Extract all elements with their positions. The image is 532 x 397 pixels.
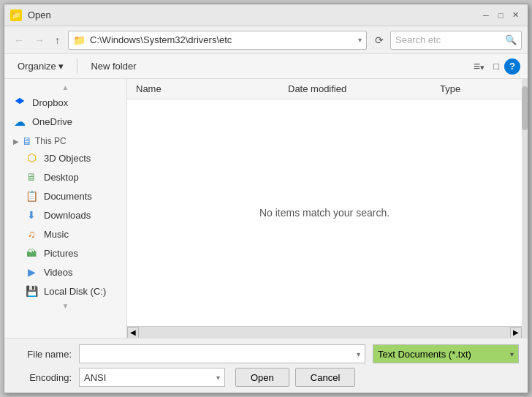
scroll-up-indicator: ▲	[62, 83, 69, 91]
scroll-track[interactable]	[139, 327, 510, 338]
main-content: ▲ Dropbox ☁ OneDrive ▶	[4, 79, 528, 338]
sidebar-label-local-disk: Local Disk (C:)	[44, 286, 106, 297]
nav-bar: ← → ↑ 📁 C:\Windows\System32\drivers\etc …	[4, 26, 528, 54]
sidebar-item-local-disk[interactable]: 💾 Local Disk (C:)	[4, 281, 126, 300]
onedrive-icon: ☁	[13, 115, 26, 128]
sidebar-item-documents[interactable]: 📋 Documents	[4, 186, 126, 205]
sidebar-label-this-pc: This PC	[35, 136, 66, 146]
filename-input[interactable]: ▾	[79, 344, 365, 363]
this-pc-arrow: ▶	[13, 137, 19, 145]
horizontal-scrollbar[interactable]: ◀ ▶	[127, 326, 522, 338]
title-bar: 📁 Open ─ □ ✕	[4, 4, 528, 26]
address-bar[interactable]: 📁 C:\Windows\System32\drivers\etc ▾	[68, 31, 367, 50]
desktop-icon: 🖥	[25, 170, 38, 184]
title-icon: 📁	[10, 10, 22, 21]
sidebar-label-documents: Documents	[44, 191, 92, 202]
3d-objects-icon: ⬡	[25, 151, 38, 165]
toolbar: Organize ▾ New folder ≡▾ □ ?	[4, 54, 528, 79]
address-dropdown-arrow[interactable]: ▾	[358, 36, 362, 44]
sidebar-label-videos: Videos	[44, 267, 73, 278]
bottom-panel: File name: ▾ Text Documents (*.txt) ▾ En…	[4, 338, 528, 393]
sidebar-label-3d-objects: 3D Objects	[44, 153, 91, 164]
open-button[interactable]: Open	[235, 368, 289, 387]
col-header-type[interactable]: Type	[437, 83, 516, 94]
folder-icon: 📁	[73, 34, 86, 46]
title-buttons: ─ □ ✕	[479, 9, 522, 22]
empty-message: No items match your search.	[259, 207, 390, 219]
col-header-date[interactable]: Date modified	[285, 83, 437, 94]
sidebar-this-pc-section[interactable]: ▶ 🖥 This PC	[4, 131, 126, 148]
vertical-scrollbar[interactable]	[522, 79, 528, 338]
sidebar-label-pictures: Pictures	[44, 248, 78, 259]
sidebar-label-desktop: Desktop	[44, 172, 79, 183]
sidebar-item-desktop[interactable]: 🖥 Desktop	[4, 167, 126, 186]
sidebar-item-onedrive[interactable]: ☁ OneDrive	[4, 112, 126, 131]
scroll-right-button[interactable]: ▶	[510, 327, 522, 339]
documents-icon: 📋	[25, 189, 38, 203]
sidebar-item-dropbox[interactable]: Dropbox	[4, 93, 126, 112]
filetype-dropdown-arrow[interactable]: ▾	[510, 350, 514, 358]
forward-button[interactable]: →	[31, 32, 48, 48]
scroll-down-indicator: ▼	[62, 302, 69, 310]
view-buttons: ≡▾ □ ?	[470, 58, 520, 75]
organize-button[interactable]: Organize ▾	[12, 58, 69, 74]
sidebar: ▲ Dropbox ☁ OneDrive ▶	[4, 79, 127, 338]
view-list-button[interactable]: ≡▾	[470, 58, 488, 75]
filetype-dropdown[interactable]: Text Documents (*.txt) ▾	[373, 344, 519, 363]
help-button[interactable]: ?	[504, 58, 520, 75]
encoding-dropdown-arrow[interactable]: ▾	[216, 374, 220, 382]
file-area: Name Date modified Type No items match y…	[127, 79, 522, 338]
videos-icon: ▶	[25, 265, 38, 279]
sidebar-label-dropbox: Dropbox	[32, 97, 68, 108]
sidebar-item-pictures[interactable]: 🏔 Pictures	[4, 243, 126, 262]
address-text: C:\Windows\System32\drivers\etc	[90, 34, 355, 45]
toolbar-separator	[77, 59, 77, 74]
filetype-label: Text Documents (*.txt)	[378, 349, 471, 360]
encoding-label: Encoding:	[13, 372, 72, 383]
minimize-button[interactable]: ─	[479, 9, 493, 22]
search-button[interactable]: 🔍	[505, 34, 517, 45]
up-button[interactable]: ↑	[51, 32, 64, 48]
dropbox-icon	[13, 96, 26, 109]
col-header-name[interactable]: Name	[133, 83, 285, 94]
view-pane-button[interactable]: □	[490, 58, 503, 74]
sidebar-item-videos[interactable]: ▶ Videos	[4, 262, 126, 281]
column-header: Name Date modified Type	[127, 79, 522, 99]
sidebar-item-downloads[interactable]: ⬇ Downloads	[4, 205, 126, 224]
local-disk-icon: 💾	[25, 284, 38, 298]
this-pc-icon: 🖥	[22, 135, 32, 147]
search-placeholder: Search etc	[395, 34, 505, 45]
filename-label: File name:	[13, 349, 72, 360]
filename-row: File name: ▾ Text Documents (*.txt) ▾	[13, 344, 519, 363]
encoding-value: ANSI	[84, 372, 216, 383]
file-list: No items match your search.	[127, 99, 522, 326]
back-button[interactable]: ←	[10, 32, 28, 48]
encoding-row: Encoding: ANSI ▾ Open Cancel	[13, 368, 519, 387]
music-icon: ♫	[25, 227, 38, 241]
window-title: Open	[28, 10, 51, 20]
sidebar-item-music[interactable]: ♫ Music	[4, 224, 126, 243]
svg-marker-2	[20, 98, 24, 104]
sidebar-label-onedrive: OneDrive	[32, 116, 72, 127]
sidebar-label-downloads: Downloads	[44, 210, 91, 221]
scroll-thumb[interactable]	[522, 86, 528, 130]
open-dialog: 📁 Open ─ □ ✕ ← → ↑ 📁 C:\Windows\System32…	[4, 4, 528, 393]
svg-marker-1	[15, 98, 20, 104]
encoding-input[interactable]: ANSI ▾	[79, 368, 225, 387]
new-folder-button[interactable]: New folder	[85, 58, 142, 74]
maximize-button[interactable]: □	[494, 9, 507, 22]
action-buttons: Open Cancel	[235, 368, 355, 387]
sidebar-label-music: Music	[44, 229, 69, 240]
scroll-left-button[interactable]: ◀	[127, 327, 139, 339]
cancel-button[interactable]: Cancel	[295, 368, 355, 387]
filename-dropdown-arrow[interactable]: ▾	[357, 350, 360, 358]
pictures-icon: 🏔	[25, 246, 38, 260]
close-button[interactable]: ✕	[509, 9, 522, 22]
sidebar-item-3d-objects[interactable]: ⬡ 3D Objects	[4, 148, 126, 167]
downloads-icon: ⬇	[25, 208, 38, 222]
refresh-button[interactable]: ⟳	[371, 32, 387, 48]
search-bar[interactable]: Search etc 🔍	[390, 31, 522, 50]
